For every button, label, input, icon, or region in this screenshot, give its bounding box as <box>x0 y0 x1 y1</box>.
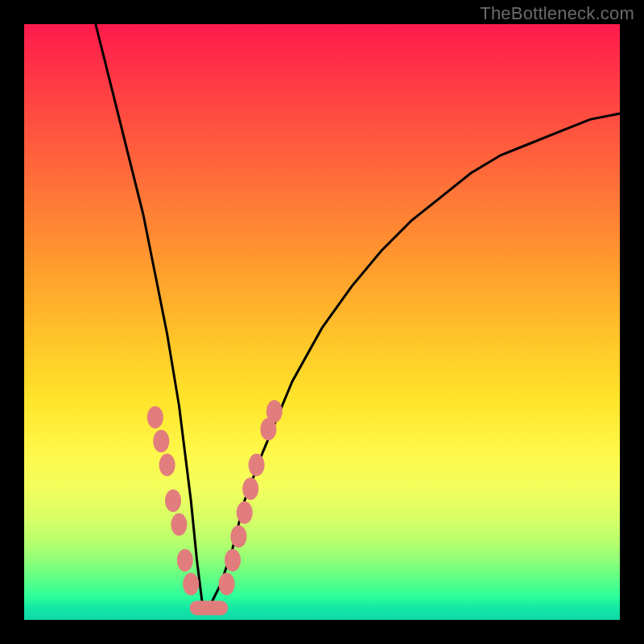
svg-point-3 <box>165 489 181 512</box>
bottleneck-curve <box>24 24 620 620</box>
svg-point-14 <box>266 400 283 423</box>
svg-point-7 <box>219 573 235 596</box>
svg-point-11 <box>242 477 258 500</box>
chart-frame: TheBottleneck.com <box>0 0 644 644</box>
svg-point-2 <box>159 454 175 477</box>
watermark-text: TheBottleneck.com <box>480 3 634 24</box>
svg-point-8 <box>225 549 241 572</box>
svg-point-10 <box>237 502 253 524</box>
svg-point-9 <box>230 525 246 547</box>
svg-point-0 <box>147 406 163 428</box>
svg-point-6 <box>183 573 199 596</box>
highlight-dots <box>147 400 283 608</box>
svg-point-5 <box>177 549 193 572</box>
svg-point-12 <box>249 454 265 477</box>
svg-point-1 <box>153 430 169 452</box>
svg-point-4 <box>171 514 187 536</box>
plot-area <box>24 24 620 620</box>
